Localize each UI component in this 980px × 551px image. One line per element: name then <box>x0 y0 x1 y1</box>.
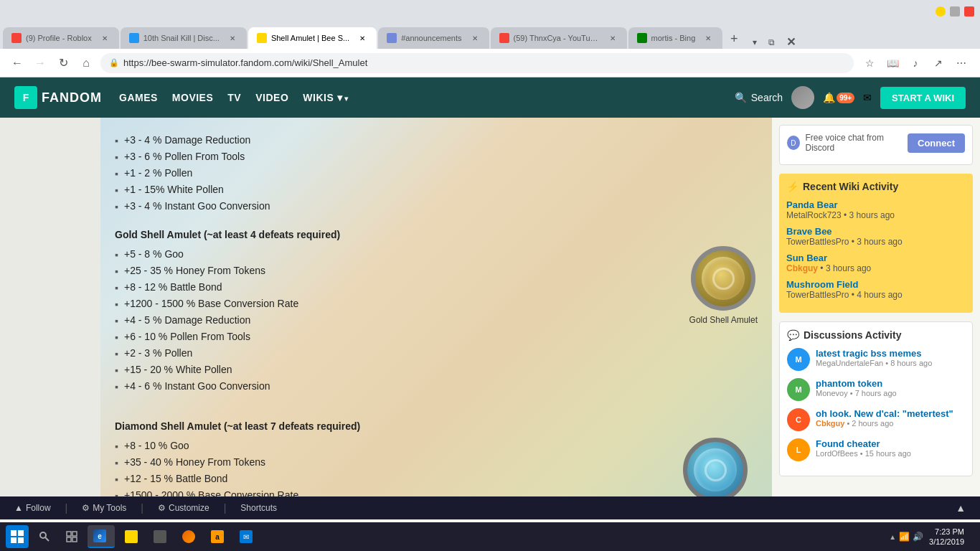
home-btn[interactable]: ⌂ <box>77 55 95 72</box>
disc-meta-0: MegaUndertaleFan • 8 hours ago <box>816 359 965 367</box>
taskbar-task-view[interactable] <box>60 525 83 548</box>
discussion-item-0: M latest tragic bss memes MegaUndertaleF… <box>787 348 965 371</box>
activity-item-0: Panda Bear MetalRock723 • 3 hours ago <box>786 199 966 220</box>
follow-label: Follow <box>26 503 51 513</box>
discord-connect-btn[interactable]: Connect <box>908 133 965 153</box>
nav-video[interactable]: VIDEO <box>255 92 288 103</box>
disc-title-0[interactable]: latest tragic bss memes <box>816 348 965 359</box>
notification-area[interactable]: 🔔 99+ <box>823 92 854 103</box>
diamond-stat: +12 - 15 % Battle Bond <box>115 471 659 487</box>
taskbar-firefox[interactable] <box>176 525 201 548</box>
activity-link-0[interactable]: Panda Bear <box>786 199 966 210</box>
show-desktop-btn[interactable] <box>970 525 974 548</box>
maximize-btn[interactable] <box>950 6 960 17</box>
divider-1: | <box>65 502 68 514</box>
network-icon[interactable]: 📶 <box>899 532 910 542</box>
new-tab-btn[interactable]: + <box>724 29 744 49</box>
activity-meta-2: Cbkguy • 3 hours ago <box>786 263 966 273</box>
back-btn[interactable]: ← <box>9 55 26 72</box>
taskbar-settings[interactable] <box>148 525 172 548</box>
disc-title-3[interactable]: Found cheater <box>816 438 965 449</box>
tab-favicon-roblox <box>11 33 22 43</box>
tab-close-snail[interactable]: ✕ <box>227 32 238 44</box>
start-wiki-btn[interactable]: START A WIKI <box>880 87 966 109</box>
disc-title-2[interactable]: oh look. New d'cal: "metertest" <box>816 408 965 419</box>
fandom-logo[interactable]: F FANDOM <box>14 86 102 109</box>
forward-btn[interactable]: → <box>32 55 49 72</box>
my-tools-btn[interactable]: ⚙ My Tools <box>82 503 126 513</box>
nav-movies[interactable]: MOVIES <box>172 92 213 103</box>
more-icon[interactable]: ⋯ <box>951 53 971 73</box>
collapse-btn[interactable]: ▲ <box>956 502 966 514</box>
fandom-header: F FANDOM GAMES MOVIES TV VIDEO WIKIS ▾ 🔍… <box>0 77 980 118</box>
gold-stat: +2 - 3 % Pollen <box>115 345 675 362</box>
url-input[interactable]: 🔒 https://bee-swarm-simulator.fandom.com… <box>100 53 854 73</box>
taskbar-amazon[interactable]: a <box>205 525 230 548</box>
gold-section: +5 - 8 % Goo +25 - 35 % Honey From Token… <box>115 246 758 409</box>
gold-amulet-label: Gold Shell Amulet <box>689 315 758 325</box>
volume-icon[interactable]: 🔊 <box>913 532 923 542</box>
customize-icon: ⚙ <box>158 503 166 513</box>
svg-rect-8 <box>67 537 71 542</box>
left-sidebar <box>0 118 100 496</box>
nav-wikis[interactable]: WIKIS ▾ <box>303 92 349 103</box>
diamond-image-box: Diamond Shell Amulet <box>673 438 758 496</box>
nav-tv[interactable]: TV <box>227 92 241 103</box>
taskbar-search[interactable] <box>33 525 56 548</box>
diamond-amulet-image <box>683 438 748 496</box>
search-button[interactable]: 🔍 Search <box>735 92 783 103</box>
wiki-activity: ⚡ Recent Wiki Activity Panda Bear MetalR… <box>779 174 973 313</box>
start-button[interactable] <box>6 525 29 548</box>
read-aloud-icon[interactable]: ♪ <box>905 53 925 73</box>
message-area[interactable]: ✉ <box>863 92 872 103</box>
stat-item: +1 - 15% White Pollen <box>115 182 758 198</box>
tab-youtube[interactable]: (59) ThnxCya - YouTube... ✕ <box>491 27 627 49</box>
disc-title-1[interactable]: phantom token <box>816 378 965 389</box>
shortcuts-btn[interactable]: Shortcuts <box>240 503 277 513</box>
avatar-container[interactable] <box>791 86 814 109</box>
tab-close-shell[interactable]: ✕ <box>357 32 368 44</box>
tab-snail[interactable]: 10th Snail Kill | Disc... ✕ <box>121 27 247 49</box>
window-close-btn[interactable]: ✕ <box>782 35 800 49</box>
tab-close-bing[interactable]: ✕ <box>702 32 714 44</box>
taskbar-browser[interactable]: e <box>88 525 115 548</box>
refresh-btn[interactable]: ↻ <box>55 55 72 72</box>
gold-shell-icon <box>702 257 745 300</box>
tab-shell[interactable]: Shell Amulet | Bee S... ✕ <box>248 27 377 49</box>
gold-stat: +8 - 12 % Battle Bond <box>115 279 675 296</box>
activity-link-2[interactable]: Sun Bear <box>786 253 966 263</box>
minimize-btn[interactable] <box>936 6 946 17</box>
tab-discord[interactable]: #announcements ✕ <box>378 27 489 49</box>
svg-rect-0 <box>11 530 17 536</box>
restore-btn[interactable]: ⧉ <box>764 37 779 47</box>
tray-up-arrow[interactable]: ▲ <box>889 533 896 541</box>
hub-icon[interactable]: 📖 <box>882 53 903 73</box>
activity-link-1[interactable]: Brave Bee <box>786 226 966 237</box>
activity-link-3[interactable]: Mushroom Field <box>786 279 966 290</box>
taskbar-clock[interactable]: 7:23 PM 3/12/2019 <box>929 527 964 547</box>
taskbar-mail[interactable]: ✉ <box>234 525 258 548</box>
tab-roblox[interactable]: (9) Profile - Roblox ✕ <box>3 27 119 49</box>
content-area[interactable]: +3 - 4 % Damage Reduction +3 - 6 % Polle… <box>100 118 772 496</box>
divider-2: | <box>141 502 143 514</box>
bookmark-icon[interactable]: ☆ <box>859 53 880 73</box>
tab-bing[interactable]: mortis - Bing ✕ <box>628 27 723 49</box>
browser-icon: e <box>93 529 106 542</box>
page-wrapper: F FANDOM GAMES MOVIES TV VIDEO WIKIS ▾ 🔍… <box>0 77 980 519</box>
taskbar-file-explorer[interactable] <box>119 525 143 548</box>
diamond-stat: +8 - 10 % Goo <box>115 438 659 454</box>
tab-dropdown-btn[interactable]: ▾ <box>748 37 761 47</box>
follow-btn[interactable]: ▲ Follow <box>14 503 51 513</box>
share-icon[interactable]: ↗ <box>928 53 948 73</box>
tab-close-youtube[interactable]: ✕ <box>607 32 618 44</box>
customize-btn[interactable]: ⚙ Customize <box>158 503 209 513</box>
close-btn[interactable] <box>964 6 974 17</box>
gold-amulet-image <box>691 246 755 311</box>
nav-games[interactable]: GAMES <box>119 92 158 103</box>
tab-close-discord[interactable]: ✕ <box>469 32 481 44</box>
diamond-stat: +1500 - 2000 % Base Conversion Rate <box>115 487 659 496</box>
tab-close-roblox[interactable]: ✕ <box>99 32 110 44</box>
tab-favicon-bing <box>637 33 647 43</box>
tab-favicon-discord <box>387 33 397 43</box>
user-avatar <box>791 86 814 109</box>
